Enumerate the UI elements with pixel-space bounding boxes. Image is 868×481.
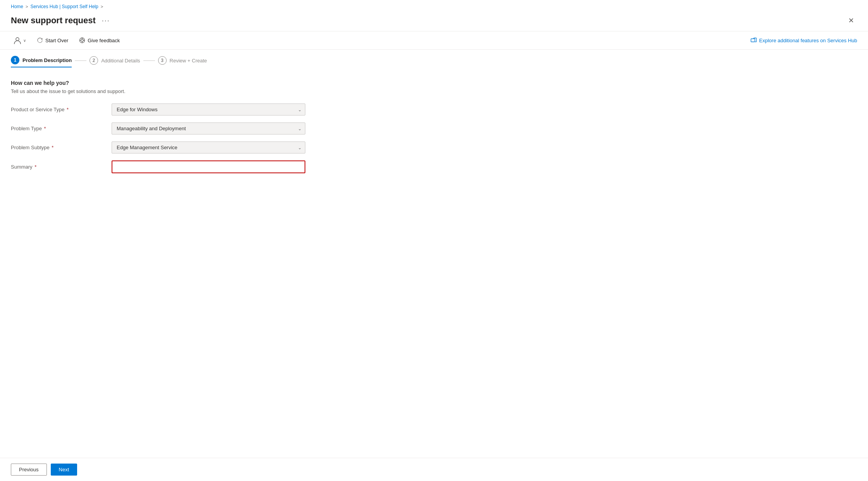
steps-bar: 1 Problem Description 2 Additional Detai… (0, 50, 868, 72)
required-indicator-3: * (50, 145, 54, 150)
step-divider-1 (75, 60, 86, 61)
breadcrumb-sep1: > (26, 4, 28, 9)
summary-row: Summary * (11, 160, 857, 173)
user-icon-button[interactable]: ∨ (11, 34, 28, 46)
breadcrumb-home[interactable]: Home (11, 4, 23, 9)
refresh-icon (37, 37, 43, 43)
give-feedback-label: Give feedback (88, 38, 120, 43)
breadcrumb-sep2: > (101, 4, 103, 9)
step-2-circle: 2 (90, 56, 98, 65)
required-indicator-4: * (33, 164, 37, 170)
main-content: How can we help you? Tell us about the i… (0, 72, 868, 458)
step-3-circle: 3 (158, 56, 167, 65)
previous-button[interactable]: Previous (11, 464, 47, 476)
step-1[interactable]: 1 Problem Description (11, 56, 72, 67)
problem-subtype-label: Problem Subtype * (11, 145, 112, 150)
problem-type-wrap: Manageability and Deployment ⌄ (112, 122, 305, 134)
svg-point-2 (81, 39, 83, 41)
problem-type-row: Problem Type * Manageability and Deploym… (11, 122, 857, 134)
title-row: New support request ··· ✕ (0, 13, 868, 31)
product-service-dropdown[interactable]: Edge for Windows (112, 103, 305, 116)
product-service-label: Product or Service Type * (11, 107, 112, 112)
user-chevron-icon: ∨ (23, 38, 26, 43)
explore-link[interactable]: Explore additional features on Services … (751, 37, 857, 43)
step-3-label: Review + Create (170, 58, 207, 64)
close-button[interactable]: ✕ (845, 15, 857, 26)
breadcrumb-services-hub[interactable]: Services Hub | Support Self Help (30, 4, 98, 9)
toolbar: ∨ Start Over Give feedback Explore addit… (0, 31, 868, 50)
red-arrow-annotation (865, 118, 868, 157)
step-1-circle: 1 (11, 56, 19, 64)
step-2[interactable]: 2 Additional Details (90, 56, 140, 67)
footer: Previous Next (0, 458, 868, 481)
svg-point-0 (16, 38, 19, 41)
problem-subtype-dropdown[interactable]: Edge Management Service (112, 141, 305, 153)
summary-input[interactable] (112, 160, 305, 173)
step-2-label: Additional Details (101, 58, 140, 64)
step-divider-2 (143, 60, 155, 61)
explore-label: Explore additional features on Services … (759, 38, 857, 43)
explore-icon (751, 37, 757, 43)
step-3[interactable]: 3 Review + Create (158, 56, 207, 67)
problem-type-label: Problem Type * (11, 126, 112, 131)
step-1-label: Problem Description (22, 57, 72, 63)
product-service-row: Product or Service Type * Edge for Windo… (11, 103, 857, 116)
user-avatar-icon (13, 36, 22, 45)
ellipsis-button[interactable]: ··· (100, 16, 112, 26)
product-service-wrap: Edge for Windows ⌄ (112, 103, 305, 116)
problem-subtype-wrap: Edge Management Service ⌄ (112, 141, 305, 153)
summary-wrap (112, 160, 305, 173)
form-heading: How can we help you? (11, 80, 857, 86)
next-button[interactable]: Next (51, 464, 78, 476)
start-over-label: Start Over (45, 38, 68, 43)
give-feedback-button[interactable]: Give feedback (77, 36, 122, 45)
required-indicator: * (65, 107, 69, 112)
start-over-button[interactable]: Start Over (34, 36, 71, 45)
feedback-icon (79, 37, 85, 43)
breadcrumb: Home > Services Hub | Support Self Help … (0, 0, 868, 13)
svg-rect-3 (751, 39, 755, 42)
page-title: New support request (11, 16, 96, 26)
problem-subtype-row: Problem Subtype * Edge Management Servic… (11, 141, 857, 153)
required-indicator-2: * (43, 126, 46, 131)
problem-type-dropdown[interactable]: Manageability and Deployment (112, 122, 305, 134)
form-subheading: Tell us about the issue to get solutions… (11, 88, 857, 94)
summary-label: Summary * (11, 164, 112, 170)
